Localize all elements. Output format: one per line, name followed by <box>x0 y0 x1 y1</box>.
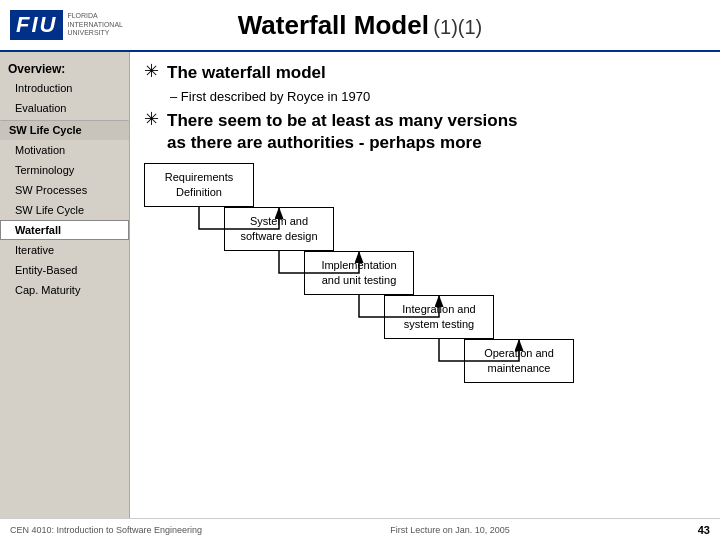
header: FIU FLORIDA INTERNATIONAL UNIVERSITY Wat… <box>0 0 720 52</box>
bullet-2-block: ✳ There seem to be at least as many vers… <box>144 110 706 153</box>
sidebar-item-entity-based[interactable]: Entity-Based <box>0 260 129 280</box>
footer-left: CEN 4010: Introduction to Software Engin… <box>10 525 202 535</box>
logo: FIU <box>10 10 63 40</box>
main-layout: Overview: Introduction Evaluation SW Lif… <box>0 52 720 540</box>
content-area: ✳ The waterfall model – First described … <box>130 52 720 540</box>
logo-subtitle: FLORIDA INTERNATIONAL UNIVERSITY <box>67 12 127 37</box>
overview-label: Overview: <box>0 58 129 78</box>
box-requirements: RequirementsDefinition <box>144 163 254 207</box>
sidebar-item-cap-maturity[interactable]: Cap. Maturity <box>0 280 129 300</box>
box-integration: Integration andsystem testing <box>384 295 494 339</box>
footer-center: First Lecture on Jan. 10, 2005 <box>390 525 510 535</box>
bullet-star-1: ✳ <box>144 60 159 82</box>
sidebar-item-sw-life-cycle[interactable]: SW Life Cycle <box>0 200 129 220</box>
sidebar-item-iterative[interactable]: Iterative <box>0 240 129 260</box>
bullet-1-block: ✳ The waterfall model <box>144 62 706 83</box>
bullet-star-2: ✳ <box>144 108 159 130</box>
bullet-2-text: There seem to be at least as many versio… <box>167 110 518 153</box>
bullet-1-text: The waterfall model <box>167 62 326 83</box>
box-system-design: System andsoftware design <box>224 207 334 251</box>
page-title-text: Waterfall Model <box>238 10 429 40</box>
sidebar: Overview: Introduction Evaluation SW Lif… <box>0 52 130 540</box>
sidebar-item-motivation[interactable]: Motivation <box>0 140 129 160</box>
waterfall-diagram: RequirementsDefinition System andsoftwar… <box>144 163 706 443</box>
sidebar-item-terminology[interactable]: Terminology <box>0 160 129 180</box>
sidebar-item-introduction[interactable]: Introduction <box>0 78 129 98</box>
sidebar-item-evaluation[interactable]: Evaluation <box>0 98 129 118</box>
title-num: (1) <box>433 16 457 38</box>
sidebar-item-sw-life-cycle-header[interactable]: SW Life Cycle <box>0 120 129 140</box>
box-operation: Operation andmaintenance <box>464 339 574 383</box>
bullet-1-sub: – First described by Royce in 1970 <box>170 89 706 104</box>
sidebar-item-waterfall[interactable]: Waterfall <box>0 220 129 240</box>
box-implementation: Implementationand unit testing <box>304 251 414 295</box>
logo-area: FIU FLORIDA INTERNATIONAL UNIVERSITY <box>10 10 127 40</box>
page-title: Waterfall Model (1)(1) <box>238 10 483 41</box>
footer: CEN 4010: Introduction to Software Engin… <box>0 518 720 540</box>
sidebar-item-sw-processes[interactable]: SW Processes <box>0 180 129 200</box>
page-number: 43 <box>698 524 710 536</box>
